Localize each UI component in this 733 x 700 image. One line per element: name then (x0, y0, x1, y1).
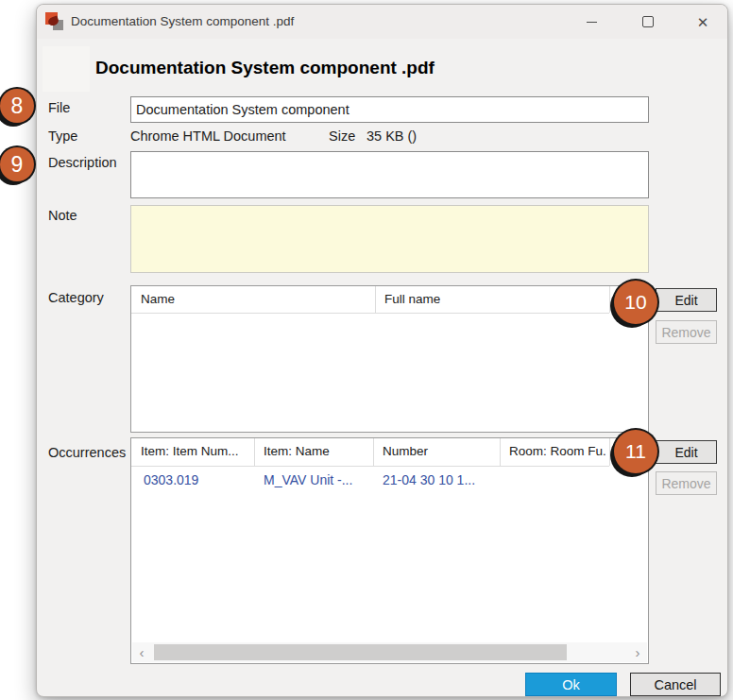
header-underline (131, 313, 609, 314)
file-label: File (48, 100, 70, 115)
close-button[interactable]: ✕ (689, 8, 717, 36)
page-title: Documentation System component .pdf (95, 58, 435, 78)
occurrence-item-name: M_VAV Unit -... (264, 472, 352, 487)
minimize-icon (587, 22, 597, 23)
maximize-button[interactable] (634, 8, 662, 36)
occurrences-edit-button[interactable]: Edit (656, 440, 717, 464)
description-input[interactable] (130, 151, 649, 198)
scroll-right-icon[interactable]: › (628, 642, 647, 662)
maximize-icon (642, 16, 654, 27)
size-value: 35 KB () (366, 128, 417, 144)
category-label: Category (48, 290, 104, 305)
close-icon: ✕ (697, 15, 709, 29)
title-bar: Documentation System component .pdf ✕ (37, 5, 727, 39)
occurrence-item-number: 0303.019 (144, 472, 198, 487)
cancel-button[interactable]: Cancel (630, 673, 721, 696)
type-label: Type (48, 128, 77, 144)
size-label: Size (329, 128, 355, 144)
scrollbar-thumb[interactable] (154, 644, 567, 660)
column-divider (609, 438, 610, 466)
column-divider (609, 286, 610, 313)
callout-badge-9: 9 (0, 147, 34, 181)
app-icon (45, 12, 64, 31)
column-divider (500, 438, 501, 466)
column-divider (375, 286, 376, 313)
type-value: Chrome HTML Document (130, 128, 286, 144)
note-input[interactable] (130, 205, 649, 273)
category-edit-button[interactable]: Edit (656, 288, 717, 312)
callout-badge-8: 8 (0, 89, 34, 123)
note-label: Note (48, 208, 77, 223)
screenshot: Documentation System component .pdf ✕ Do… (0, 0, 733, 700)
minimize-button[interactable] (577, 8, 605, 36)
ok-button[interactable]: Ok (525, 673, 617, 696)
scroll-left-icon[interactable]: ‹ (132, 642, 151, 662)
occurrences-column-room[interactable]: Room: Room Fu... (509, 444, 606, 458)
column-divider (254, 438, 255, 466)
file-input[interactable] (130, 96, 649, 123)
description-label: Description (48, 155, 117, 170)
category-column-fullname[interactable]: Full name (384, 292, 440, 306)
category-header-row: Name Full name (131, 286, 648, 313)
category-list[interactable]: Name Full name (130, 285, 649, 433)
occurrences-header-row: Item: Item Num... Item: Name Number Room… (131, 438, 648, 466)
horizontal-scrollbar[interactable]: ‹ › (132, 642, 647, 662)
occurrences-remove-button: Remove (656, 471, 717, 495)
callout-badge-10: 10 (614, 281, 657, 324)
occurrences-label: Occurrences (48, 445, 126, 460)
occurrences-column-number[interactable]: Number (383, 444, 496, 458)
category-remove-button: Remove (656, 320, 717, 344)
window-title: Documentation System component .pdf (71, 5, 294, 39)
occurrences-column-item-name[interactable]: Item: Name (264, 444, 369, 458)
occurrences-column-item-number[interactable]: Item: Item Num... (141, 444, 250, 458)
category-column-name[interactable]: Name (141, 292, 175, 306)
dialog-window: Documentation System component .pdf ✕ Do… (36, 4, 728, 697)
occurrences-list[interactable]: Item: Item Num... Item: Name Number Room… (130, 437, 649, 664)
column-divider (373, 438, 374, 466)
occurrence-number: 21-04 30 10 1... (383, 472, 475, 487)
callout-badge-11: 11 (614, 430, 657, 473)
header-underline (131, 466, 609, 467)
watermark-square (43, 46, 90, 92)
